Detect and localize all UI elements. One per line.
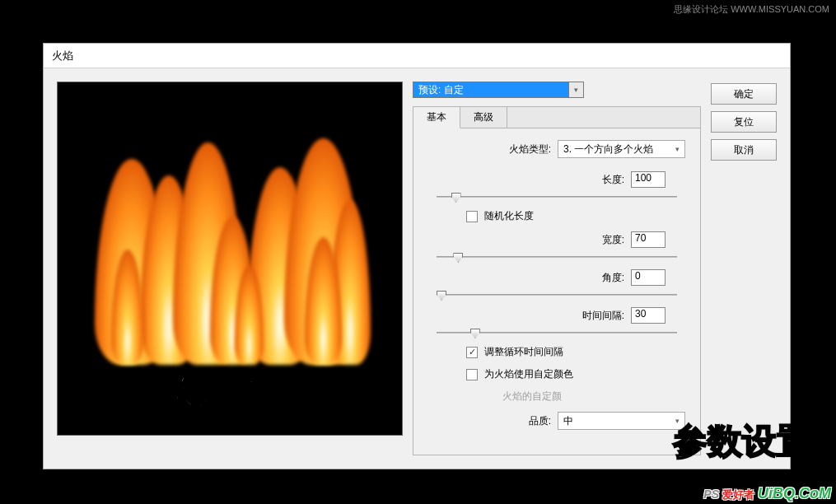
preview-overlay-label: 预览窗口 — [161, 368, 299, 414]
watermark-bottom: PS 爱好者 UiBQ.CoM — [703, 485, 831, 502]
width-input[interactable]: 70 — [631, 231, 666, 248]
reset-button[interactable]: 复位 — [711, 111, 777, 133]
length-slider[interactable] — [437, 191, 677, 203]
randomize-length-checkbox[interactable] — [466, 211, 478, 222]
preview-panel: 预览窗口 — [57, 82, 403, 436]
quality-value: 中 — [563, 414, 573, 428]
length-label: 长度: — [602, 173, 624, 187]
interval-label: 时间间隔: — [582, 309, 624, 323]
use-custom-color-label: 为火焰使用自定颜色 — [484, 367, 573, 381]
width-label: 宽度: — [602, 233, 624, 247]
watermark-ps: PS — [703, 488, 719, 501]
tab-basic[interactable]: 基本 — [413, 107, 460, 128]
width-slider[interactable] — [437, 251, 677, 263]
randomize-length-label: 随机化长度 — [484, 209, 534, 223]
custom-color-disabled-label: 火焰的自定颜 — [502, 390, 685, 404]
preset-value: 预设: 自定 — [418, 83, 464, 97]
adjust-loop-interval-checkbox[interactable] — [466, 347, 478, 358]
adjust-loop-interval-label: 调整循环时间间隔 — [484, 345, 563, 359]
watermark-cn: 爱好者 — [722, 488, 754, 502]
watermark-top: 思缘设计论坛 WWW.MISSYUAN.COM — [674, 3, 829, 16]
tab-advanced[interactable]: 高级 — [460, 107, 507, 128]
angle-slider[interactable] — [437, 289, 677, 301]
flame-dialog: 火焰 预览窗口 预设: 自定 — [43, 43, 791, 469]
flame-type-select[interactable]: 3. 一个方向多个火焰 ▾ — [558, 140, 685, 158]
preset-dropdown-arrow[interactable]: ▾ — [569, 82, 584, 98]
angle-input[interactable]: 0 — [631, 269, 666, 286]
use-custom-color-checkbox[interactable] — [466, 369, 478, 380]
watermark-domain: UiBQ.CoM — [758, 485, 831, 502]
preset-row: 预设: 自定 ▾ — [413, 82, 701, 98]
length-input[interactable]: 100 — [631, 171, 666, 188]
cancel-button[interactable]: 取消 — [711, 139, 777, 161]
dialog-titlebar: 火焰 — [44, 44, 790, 68]
params-overlay-label: 参数设置 — [673, 418, 811, 464]
chevron-down-icon: ▾ — [574, 86, 578, 94]
quality-label: 品质: — [529, 414, 551, 428]
tab-header: 基本 高级 — [413, 107, 700, 128]
angle-label: 角度: — [602, 271, 624, 285]
dialog-title: 火焰 — [52, 49, 73, 63]
flame-type-value: 3. 一个方向多个火焰 — [563, 142, 653, 156]
preset-select[interactable]: 预设: 自定 — [413, 82, 569, 98]
quality-select[interactable]: 中 ▾ — [558, 412, 685, 430]
flame-type-label: 火焰类型: — [509, 142, 551, 156]
interval-input[interactable]: 30 — [631, 307, 666, 324]
ok-button[interactable]: 确定 — [711, 83, 777, 105]
fire-preview — [91, 118, 387, 365]
chevron-down-icon: ▾ — [675, 145, 680, 153]
interval-slider[interactable] — [437, 327, 677, 338]
